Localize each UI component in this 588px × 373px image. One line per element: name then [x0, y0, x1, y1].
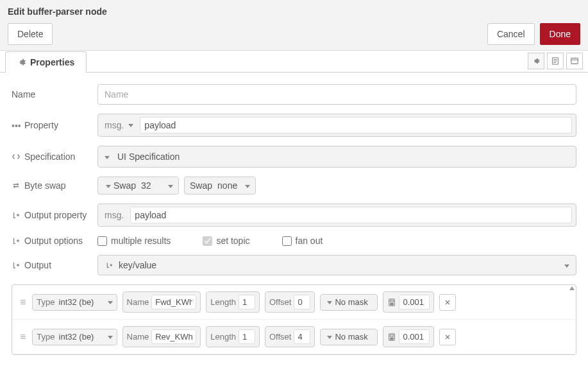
item-length-field[interactable]: Length [206, 326, 260, 347]
svg-point-9 [392, 303, 392, 304]
svg-point-23 [393, 338, 394, 339]
arrow-right-icon [105, 261, 113, 270]
property-label-text: Property [24, 120, 58, 130]
specification-label: Specification [12, 152, 88, 162]
output-options-label-text: Output options [24, 236, 83, 246]
chevron-down-icon [324, 297, 332, 308]
item-scale-field[interactable] [383, 326, 434, 347]
name-row: Name [12, 84, 576, 105]
swap1-value: 32 [139, 180, 163, 191]
svg-point-18 [391, 338, 391, 338]
item-offset-input[interactable] [294, 295, 310, 309]
item-type-select[interactable]: Type int32 (be) [32, 294, 117, 311]
swap1-select[interactable]: Swap 32 [97, 177, 179, 195]
item-mask-select[interactable]: No mask [320, 329, 378, 345]
item-row: ≡ Type int32 (be) Name Length Offset No … [12, 285, 576, 320]
delete-button[interactable]: Delete [8, 23, 53, 45]
item-mask-value: No mask [335, 297, 373, 307]
item-remove-button[interactable] [439, 329, 456, 345]
svg-point-12 [392, 304, 392, 304]
output-property-row: Output property msg. [12, 204, 576, 227]
swap2-label: Swap [190, 180, 212, 191]
item-name-field[interactable]: Name [122, 326, 201, 347]
byte-swap-row: Byte swap Swap 32 Swap none [12, 177, 576, 195]
multiple-results-input[interactable] [97, 236, 107, 246]
fan-out-label: fan out [296, 236, 323, 246]
item-offset-input[interactable] [294, 329, 310, 344]
specification-select[interactable] [97, 146, 576, 168]
property-field[interactable]: msg. [97, 114, 576, 137]
output-property-field[interactable]: msg. [97, 204, 576, 227]
item-name-input[interactable] [151, 329, 196, 344]
item-mask-select[interactable]: No mask [320, 294, 378, 311]
svg-point-21 [391, 338, 391, 339]
code-icon [12, 152, 21, 161]
set-topic-checkbox[interactable]: set topic [203, 236, 249, 246]
svg-rect-4 [571, 58, 578, 64]
output-options-label: Output options [12, 236, 88, 246]
property-prefix: msg. [105, 120, 124, 130]
set-topic-input[interactable] [203, 236, 212, 246]
tab-properties-label: Properties [30, 57, 74, 67]
swap2-select[interactable]: Swap none [184, 177, 256, 195]
drag-handle-icon[interactable]: ≡ [19, 331, 27, 343]
item-type-select[interactable]: Type int32 (be) [32, 329, 117, 345]
calculator-icon [387, 333, 396, 342]
item-length-field[interactable]: Length [206, 291, 260, 313]
fan-out-input[interactable] [282, 236, 292, 246]
output-value: key/value [119, 260, 156, 270]
item-scale-input[interactable] [399, 295, 430, 309]
arrow-right-icon [12, 211, 21, 220]
output-select[interactable]: key/value [97, 255, 576, 275]
document-icon-button[interactable] [547, 53, 564, 69]
item-scale-field[interactable] [383, 291, 434, 313]
chevron-down-icon [105, 297, 113, 308]
properties-form: Name ••• Property msg. Specification Byt… [0, 73, 588, 275]
tab-properties[interactable]: Properties [5, 51, 87, 73]
ellipsis-icon: ••• [12, 121, 21, 130]
done-button[interactable]: Done [540, 23, 580, 45]
svg-point-13 [393, 304, 394, 304]
output-property-input[interactable] [130, 207, 572, 223]
item-offset-label: Offset [269, 297, 291, 307]
drag-handle-icon[interactable]: ≡ [19, 297, 27, 308]
svg-point-10 [393, 303, 394, 304]
output-property-label: Output property [12, 210, 88, 220]
cancel-button[interactable]: Cancel [487, 23, 535, 45]
item-offset-field[interactable]: Offset [265, 291, 315, 313]
property-type-dropdown[interactable]: msg. [102, 120, 136, 130]
item-name-label: Name [127, 332, 149, 342]
arrow-right-icon [12, 236, 21, 245]
item-length-input[interactable] [239, 329, 255, 344]
item-remove-button[interactable] [439, 294, 456, 311]
property-input[interactable] [140, 117, 572, 134]
dialog-header: Edit buffer-parser node Delete Cancel Do… [0, 0, 588, 51]
byte-swap-label-text: Byte swap [24, 180, 66, 191]
close-icon [444, 333, 451, 341]
item-type-label: Type [37, 332, 55, 342]
output-options-row: Output options multiple results set topi… [12, 236, 576, 246]
output-property-prefix: msg. [102, 210, 126, 220]
svg-point-22 [392, 338, 392, 339]
svg-rect-7 [391, 300, 394, 302]
name-input[interactable] [97, 84, 576, 105]
item-name-input[interactable] [151, 295, 196, 309]
item-type-label: Type [37, 297, 55, 307]
tabs-row: Properties [0, 51, 588, 73]
property-label: ••• Property [12, 120, 88, 130]
document-icon [551, 56, 560, 65]
settings-icon-button[interactable] [528, 53, 544, 69]
appearance-icon-button[interactable] [566, 53, 583, 69]
item-length-input[interactable] [239, 295, 255, 309]
specification-label-text: Specification [24, 152, 75, 162]
item-offset-field[interactable]: Offset [265, 326, 315, 347]
multiple-results-checkbox[interactable]: multiple results [97, 236, 171, 246]
item-scale-input[interactable] [399, 329, 430, 344]
chevron-down-icon [105, 332, 113, 342]
item-type-value: int32 (be) [58, 332, 103, 342]
swap-icon [12, 181, 21, 190]
calculator-icon [387, 298, 396, 307]
item-name-field[interactable]: Name [122, 291, 201, 313]
specification-row: Specification [12, 146, 576, 168]
fan-out-checkbox[interactable]: fan out [282, 236, 323, 246]
